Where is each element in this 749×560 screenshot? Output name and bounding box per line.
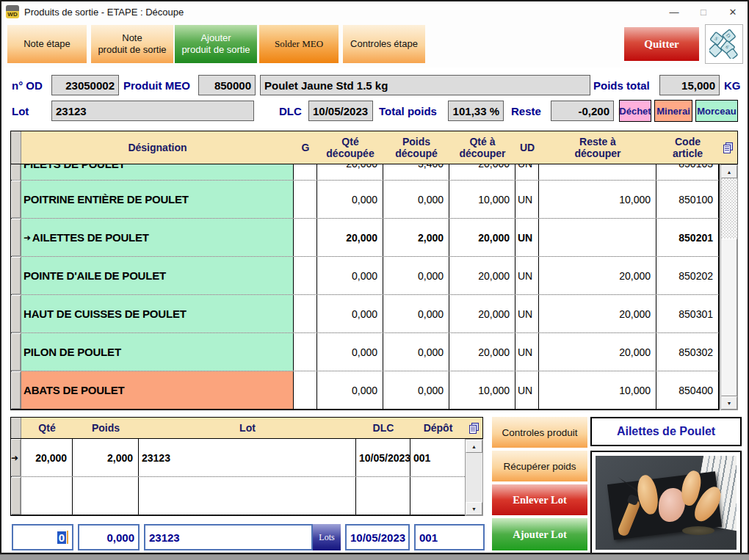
lot-dlc-input[interactable]: 10/05/2023: [345, 524, 410, 550]
ajouter-lot-button[interactable]: Ajouter Lot: [492, 518, 587, 550]
poids-total-label: Poids total: [593, 75, 650, 95]
table-row[interactable]: POITRINE ENTIÈRE DE POULET 0,000 0,000 1…: [11, 181, 719, 219]
recuperer-poids-button[interactable]: Récupérer poids: [492, 451, 587, 481]
code-article-cell: 850302: [656, 333, 719, 371]
ud-cell: UN: [515, 257, 539, 294]
row-selector[interactable]: [11, 333, 21, 371]
code-article-cell: 850103: [656, 164, 719, 181]
row-selector[interactable]: [11, 295, 21, 332]
col-ud: UD: [515, 142, 539, 153]
col-poids-decoupe: Poids découpé: [383, 136, 449, 159]
scroll-track[interactable]: [721, 178, 737, 239]
poids-cell: 2,000: [73, 439, 139, 476]
quitter-button[interactable]: Quitter: [624, 27, 699, 61]
poids-decoupe-cell: 2,000: [383, 219, 449, 256]
lot-weight-input[interactable]: 0,000: [78, 524, 140, 550]
qte-decoupee-cell: 0,000: [317, 371, 383, 409]
designation-cell: ABATS DE POULET: [21, 371, 294, 409]
note-produit-button[interactable]: Note produit de sortie: [91, 25, 173, 63]
g-cell: [294, 371, 317, 409]
designation-cell: HAUT DE CUISSES DE POULET: [21, 295, 294, 332]
reste-label: Reste: [511, 101, 541, 121]
reste-cell: [539, 219, 656, 256]
row-selector[interactable]: [11, 164, 21, 181]
virtual-keyboard-button[interactable]: S D 6: [705, 24, 743, 64]
qte-decoupee-cell: 0,000: [317, 295, 383, 332]
controles-produit-button[interactable]: Controles produit: [492, 417, 587, 448]
scroll-up-button[interactable]: ▲: [721, 165, 737, 178]
lot-qty-input[interactable]: 0: [12, 524, 73, 550]
col-qte-a-decouper: Qté à découper: [449, 136, 515, 159]
lot-depot-input[interactable]: 001: [414, 524, 485, 550]
toolbar: Note étape Note produit de sortie Ajoute…: [1, 22, 748, 68]
selected-product-name: Ailettes de Poulet: [590, 417, 742, 446]
code-article-cell: 850201: [656, 219, 719, 256]
lot-cell: 23123: [139, 439, 356, 476]
controles-etape-button[interactable]: Controles étape: [343, 25, 425, 63]
solder-meo-button[interactable]: Solder MEO: [259, 25, 339, 63]
table-row[interactable]: PILON DE POULET 0,000 0,000 20,000 UN 20…: [11, 333, 719, 371]
minerai-button[interactable]: Minerai: [654, 100, 692, 122]
col-lot: Lot: [139, 422, 356, 434]
poids-total-field[interactable]: 15,000: [659, 75, 720, 95]
note-etape-button[interactable]: Note étape: [7, 25, 87, 63]
keyboard-keys-icon: S D 6: [709, 29, 739, 59]
designation-cell: PILON DE POULET: [21, 333, 294, 371]
total-poids-field[interactable]: 101,33 %: [448, 101, 504, 121]
scroll-thumb[interactable]: [721, 239, 737, 396]
table-row[interactable]: ABATS DE POULET 0,000 0,000 10,000 UN 10…: [11, 371, 719, 410]
qte-a-decouper-cell: 20,000: [449, 257, 515, 294]
lot-row-selected[interactable]: ➜ 20,000 2,000 23123 10/05/2023 001: [11, 439, 465, 477]
lot-row-empty[interactable]: [11, 477, 465, 515]
depot-cell: 001: [410, 439, 466, 476]
dechet-button[interactable]: Déchet: [619, 100, 651, 122]
qte-a-decouper-cell: 10,000: [449, 371, 515, 409]
scroll-up-button[interactable]: ▲: [466, 440, 482, 453]
row-selector[interactable]: ➜: [11, 439, 21, 476]
code-article-cell: 850202: [656, 257, 719, 294]
lot-number-input[interactable]: 23123: [144, 524, 313, 550]
desktop-strip: [0, 554, 749, 560]
minimize-button[interactable]: —: [659, 1, 689, 22]
reste-cell: 20,000: [539, 257, 656, 294]
selector-header-cell: [11, 131, 21, 164]
scroll-down-button[interactable]: ▼: [466, 502, 482, 515]
reste-field[interactable]: -0,200: [551, 101, 614, 121]
export-table-icon[interactable]: [719, 141, 737, 154]
od-field[interactable]: 23050002: [51, 75, 119, 95]
col-reste-a-decouper: Reste à découper: [539, 136, 656, 159]
table-row[interactable]: POINTE D'AILE DE POULET 0,000 0,000 20,0…: [11, 257, 719, 295]
export-table-icon[interactable]: [466, 421, 482, 434]
ajouter-produit-button[interactable]: Ajouter produit de sortie: [175, 25, 257, 63]
table-row[interactable]: FILETS DE POULET 20,000 3,400 20,000 UN …: [11, 164, 719, 181]
lots-table-scrollbar[interactable]: ▲ ▼: [465, 439, 483, 516]
ud-cell: UN: [515, 219, 539, 256]
row-selector[interactable]: [11, 257, 21, 294]
col-g: G: [294, 142, 317, 153]
row-selector[interactable]: [11, 371, 21, 409]
reste-cell: 20,000: [539, 333, 656, 371]
ud-cell: UN: [515, 371, 539, 409]
lots-button[interactable]: Lots: [313, 524, 341, 550]
row-selector[interactable]: [11, 181, 21, 218]
enlever-lot-button[interactable]: Enlever Lot: [492, 484, 587, 515]
produit-name-field[interactable]: Poulet Jaune Std 1.5 kg: [260, 75, 590, 95]
lot-field[interactable]: 23123: [51, 101, 254, 121]
lot-label: Lot: [12, 101, 29, 121]
table-row-selected[interactable]: ➜AILETTES DE POULET 20,000 2,000 20,000 …: [11, 219, 719, 257]
main-table-scrollbar[interactable]: ▲ ▼: [720, 164, 738, 410]
produit-meo-field[interactable]: 850000: [198, 75, 256, 95]
scroll-down-button[interactable]: ▼: [721, 396, 737, 410]
dlc-field[interactable]: 10/05/2023: [308, 101, 373, 121]
poids-decoupe-cell: 0,000: [383, 181, 449, 218]
poids-total-unit: KG: [724, 75, 741, 95]
morceau-button[interactable]: Morceau: [695, 100, 738, 122]
maximize-button[interactable]: □: [689, 1, 718, 22]
table-row[interactable]: HAUT DE CUISSES DE POULET 0,000 0,000 20…: [11, 295, 719, 333]
row-selector[interactable]: [11, 219, 21, 256]
lots-table-header: Qté Poids Lot DLC Dépôt: [10, 417, 483, 439]
col-qte-decoupee: Qté découpée: [317, 136, 383, 159]
col-poids: Poids: [73, 422, 139, 434]
close-button[interactable]: ✕: [718, 1, 748, 22]
row-selector[interactable]: [11, 477, 21, 514]
